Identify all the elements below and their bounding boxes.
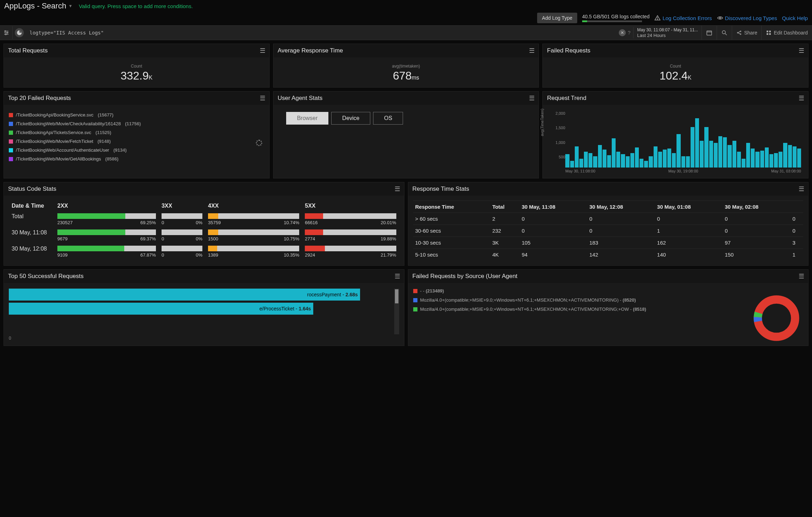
pie-icon[interactable] bbox=[15, 28, 24, 37]
table-row: > 60 secs200000 bbox=[413, 213, 804, 225]
bar bbox=[663, 150, 667, 168]
legend-item[interactable]: /TicketBookingWeb/Movie/FetchTicket (914… bbox=[9, 137, 264, 146]
request-trend-chart: 2,0001,5001,000500 bbox=[548, 111, 803, 168]
bar bbox=[774, 153, 778, 168]
stat-value: 102.4K bbox=[548, 69, 803, 82]
bar bbox=[640, 159, 643, 168]
svg-rect-21 bbox=[769, 33, 771, 35]
legend-item[interactable]: Mozilla/4.0+(compatible;+MSIE+9.0;+Windo… bbox=[413, 305, 655, 314]
bar bbox=[676, 134, 680, 168]
panel-title: Failed Requests bbox=[547, 47, 590, 54]
legend-item[interactable]: - - (213489) bbox=[413, 286, 655, 296]
svg-rect-19 bbox=[769, 31, 771, 32]
panel-title: Total Requests bbox=[8, 47, 48, 54]
panel-response-time: Response Time Stats☰ Response TimeTotal3… bbox=[408, 182, 809, 266]
table-row: 30-60 secs23200100 bbox=[413, 225, 804, 237]
chevron-down-icon[interactable]: ▼ bbox=[68, 4, 73, 8]
panel-request-trend: Request Trend☰ avg(TimeTaken) 2,0001,500… bbox=[542, 91, 808, 178]
tab-device[interactable]: Device bbox=[331, 112, 370, 125]
hamburger-icon[interactable]: ☰ bbox=[395, 272, 400, 280]
bar bbox=[691, 127, 694, 168]
bar bbox=[709, 141, 713, 168]
legend-item[interactable]: Mozilla/4.0+(compatible;+MSIE+9.0;+Windo… bbox=[413, 296, 655, 305]
share-button[interactable]: Share bbox=[732, 26, 761, 40]
panel-failed-requests: Failed Requests☰ Count 102.4K bbox=[542, 44, 808, 88]
secondary-toolbar: Add Log Type 40.5 GB/501 GB logs collect… bbox=[0, 12, 812, 25]
hamburger-icon[interactable]: ☰ bbox=[529, 47, 534, 55]
hamburger-icon[interactable]: ☰ bbox=[260, 94, 265, 102]
bar bbox=[760, 151, 764, 168]
hamburger-icon[interactable]: ☰ bbox=[799, 47, 804, 55]
clear-query-icon[interactable]: ✕ bbox=[619, 29, 626, 36]
bar bbox=[649, 156, 653, 168]
panel-total-requests: Total Requests☰ Count 332.9K bbox=[4, 44, 270, 88]
svg-rect-20 bbox=[767, 33, 768, 35]
bar bbox=[667, 149, 671, 168]
hamburger-icon[interactable]: ☰ bbox=[529, 94, 534, 102]
svg-line-12 bbox=[725, 33, 727, 35]
calendar-icon[interactable] bbox=[701, 26, 717, 40]
hamburger-icon[interactable]: ☰ bbox=[799, 272, 804, 280]
table-row: 30 May, 12:08910967.87%00%138910.35%2924… bbox=[9, 244, 399, 260]
color-swatch bbox=[9, 113, 13, 117]
panel-top20-failed: Top 20 Failed Requests☰ /TicketBookingAp… bbox=[4, 91, 270, 178]
hamburger-icon[interactable]: ☰ bbox=[395, 185, 400, 193]
legend-item[interactable]: /TicketBookingApi/BookingService.svc (15… bbox=[9, 111, 264, 119]
legend-item[interactable]: /TicketBookingWeb/Movie/CheckAvailabilit… bbox=[9, 119, 264, 128]
stat-sublabel: Count bbox=[548, 64, 803, 69]
bar bbox=[588, 153, 592, 168]
legend-item[interactable]: /TicketBookingApi/TicketsService.svc (11… bbox=[9, 128, 264, 137]
panel-status-codes: Status Code Stats☰ Date & Time2XX3XX4XX5… bbox=[4, 182, 404, 266]
svg-point-2 bbox=[719, 17, 721, 19]
svg-point-15 bbox=[740, 34, 741, 35]
log-collection-errors-link[interactable]: Log Collection Errors bbox=[654, 15, 712, 21]
quick-help-link[interactable]: Quick Help bbox=[782, 15, 808, 21]
legend-item[interactable]: /TicketBookingWeb/Account/AuthenticateUs… bbox=[9, 146, 264, 155]
bar bbox=[593, 156, 597, 168]
table-row: 30 May, 11:08967969.37%00%150010.75%2774… bbox=[9, 227, 399, 244]
bar bbox=[644, 161, 648, 168]
discovered-log-types-link[interactable]: Discovered Log Types bbox=[717, 15, 777, 21]
tab-browser[interactable]: Browser bbox=[286, 112, 329, 125]
stat-sublabel: avg(timetaken) bbox=[278, 64, 534, 69]
query-input[interactable] bbox=[26, 30, 617, 36]
scrollbar[interactable] bbox=[394, 289, 399, 334]
panel-avg-response: Average Response Time☰ avg(timetaken) 67… bbox=[273, 44, 539, 88]
color-swatch bbox=[9, 122, 13, 126]
stat-value: 332.9K bbox=[9, 69, 264, 82]
panel-title: Request Trend bbox=[547, 95, 586, 102]
bar bbox=[737, 152, 741, 168]
panel-title: Average Response Time bbox=[278, 47, 343, 54]
bar bbox=[612, 138, 616, 168]
bar bbox=[658, 152, 662, 168]
legend-item[interactable]: /TicketBookingWeb/Movie/GetAllBookings (… bbox=[9, 155, 264, 163]
donut-chart bbox=[752, 294, 801, 343]
hamburger-icon[interactable]: ☰ bbox=[799, 94, 804, 102]
add-log-type-button[interactable]: Add Log Type bbox=[537, 13, 577, 23]
bar bbox=[746, 143, 750, 168]
app-header: AppLogs - Search ▼ Valid query. Press sp… bbox=[0, 0, 812, 12]
app-title: AppLogs - Search bbox=[4, 1, 66, 11]
help-icon[interactable]: ? bbox=[628, 30, 631, 36]
edit-dashboard-button[interactable]: Edit Dashboard bbox=[761, 26, 812, 40]
panel-title: Top 20 Failed Requests bbox=[8, 95, 71, 102]
bar bbox=[672, 153, 676, 168]
svg-point-6 bbox=[5, 31, 6, 32]
warning-icon bbox=[654, 15, 661, 21]
tab-os[interactable]: OS bbox=[373, 112, 403, 125]
search-icon[interactable] bbox=[717, 26, 732, 40]
settings-icon[interactable] bbox=[0, 26, 13, 39]
bar bbox=[607, 155, 611, 168]
time-range[interactable]: May 30, 11:08:07 - May 31, 11... Last 24… bbox=[633, 27, 701, 38]
bar bbox=[695, 118, 699, 168]
panel-title: Failed Requests by Source (User Agent bbox=[413, 273, 518, 280]
bar bbox=[681, 156, 685, 168]
panel-top50-success: Top 50 Successful Requests☰ rocessPaymen… bbox=[4, 269, 404, 346]
table-row: Total23052769.25%00%3575910.74%6661620.0… bbox=[9, 211, 399, 227]
axis-zero: 0 bbox=[9, 336, 399, 341]
svg-line-16 bbox=[738, 32, 740, 33]
hamburger-icon[interactable]: ☰ bbox=[260, 47, 265, 55]
color-swatch bbox=[9, 148, 13, 152]
hamburger-icon[interactable]: ☰ bbox=[799, 185, 804, 193]
svg-point-7 bbox=[7, 32, 8, 33]
